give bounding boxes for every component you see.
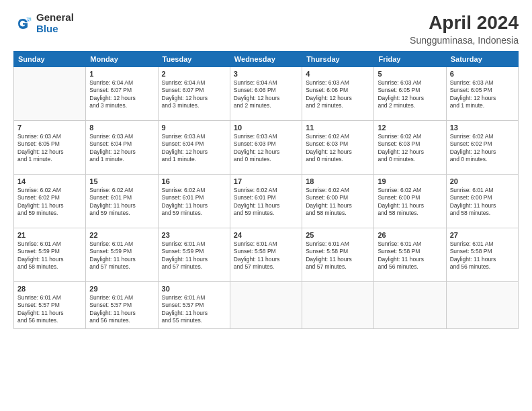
calendar-cell: 21Sunrise: 6:01 AM Sunset: 5:59 PM Dayli… xyxy=(14,228,86,282)
day-info: Sunrise: 6:03 AM Sunset: 6:06 PM Dayligh… xyxy=(306,79,370,110)
calendar-table: SundayMondayTuesdayWednesdayThursdayFrid… xyxy=(13,51,519,329)
calendar-cell xyxy=(230,282,302,329)
day-number: 26 xyxy=(378,231,442,239)
day-info: Sunrise: 6:01 AM Sunset: 5:57 PM Dayligh… xyxy=(17,294,82,325)
day-info: Sunrise: 6:04 AM Sunset: 6:06 PM Dayligh… xyxy=(234,79,298,110)
weekday-header-saturday: Saturday xyxy=(446,52,518,67)
day-number: 5 xyxy=(378,70,442,78)
day-info: Sunrise: 6:04 AM Sunset: 6:07 PM Dayligh… xyxy=(89,79,154,110)
day-number: 16 xyxy=(162,177,226,185)
day-number: 3 xyxy=(234,70,298,78)
calendar-cell: 1Sunrise: 6:04 AM Sunset: 6:07 PM Daylig… xyxy=(86,67,158,121)
day-number: 17 xyxy=(234,177,298,185)
day-number: 27 xyxy=(450,231,515,239)
day-info: Sunrise: 6:02 AM Sunset: 6:01 PM Dayligh… xyxy=(162,187,226,218)
day-number: 12 xyxy=(378,124,442,132)
calendar-cell: 30Sunrise: 6:01 AM Sunset: 5:57 PM Dayli… xyxy=(158,282,230,329)
day-info: Sunrise: 6:04 AM Sunset: 6:07 PM Dayligh… xyxy=(162,79,226,110)
logo-icon xyxy=(13,14,32,33)
week-row-4: 21Sunrise: 6:01 AM Sunset: 5:59 PM Dayli… xyxy=(14,228,519,282)
day-info: Sunrise: 6:03 AM Sunset: 6:05 PM Dayligh… xyxy=(450,79,515,110)
day-info: Sunrise: 6:01 AM Sunset: 5:58 PM Dayligh… xyxy=(378,240,442,271)
calendar-cell: 25Sunrise: 6:01 AM Sunset: 5:58 PM Dayli… xyxy=(302,228,374,282)
day-number: 23 xyxy=(162,231,226,239)
weekday-header-row: SundayMondayTuesdayWednesdayThursdayFrid… xyxy=(14,52,519,67)
day-info: Sunrise: 6:01 AM Sunset: 5:58 PM Dayligh… xyxy=(306,240,370,271)
week-row-5: 28Sunrise: 6:01 AM Sunset: 5:57 PM Dayli… xyxy=(14,282,519,329)
weekday-header-tuesday: Tuesday xyxy=(158,52,230,67)
calendar-cell: 15Sunrise: 6:02 AM Sunset: 6:01 PM Dayli… xyxy=(86,175,158,228)
day-info: Sunrise: 6:03 AM Sunset: 6:03 PM Dayligh… xyxy=(234,133,298,164)
day-info: Sunrise: 6:02 AM Sunset: 6:02 PM Dayligh… xyxy=(450,133,515,164)
week-row-2: 7Sunrise: 6:03 AM Sunset: 6:05 PM Daylig… xyxy=(14,121,519,175)
calendar-cell: 18Sunrise: 6:02 AM Sunset: 6:00 PM Dayli… xyxy=(302,175,374,228)
day-number: 19 xyxy=(378,177,442,185)
calendar-cell: 2Sunrise: 6:04 AM Sunset: 6:07 PM Daylig… xyxy=(158,67,230,121)
day-number: 1 xyxy=(89,70,154,78)
day-number: 7 xyxy=(17,124,82,132)
day-number: 29 xyxy=(89,285,154,293)
day-info: Sunrise: 6:03 AM Sunset: 6:05 PM Dayligh… xyxy=(17,133,82,164)
calendar-cell xyxy=(446,282,518,329)
weekday-header-monday: Monday xyxy=(86,52,158,67)
day-number: 25 xyxy=(306,231,370,239)
day-info: Sunrise: 6:02 AM Sunset: 6:01 PM Dayligh… xyxy=(234,187,298,218)
logo: General Blue xyxy=(13,12,74,34)
calendar-cell: 4Sunrise: 6:03 AM Sunset: 6:06 PM Daylig… xyxy=(302,67,374,121)
day-number: 11 xyxy=(306,124,370,132)
week-row-3: 14Sunrise: 6:02 AM Sunset: 6:02 PM Dayli… xyxy=(14,175,519,228)
weekday-header-wednesday: Wednesday xyxy=(230,52,302,67)
calendar-cell: 14Sunrise: 6:02 AM Sunset: 6:02 PM Dayli… xyxy=(14,175,86,228)
page: General Blue April 2024 Sungguminasa, In… xyxy=(0,0,532,411)
calendar-cell: 12Sunrise: 6:02 AM Sunset: 6:03 PM Dayli… xyxy=(374,121,446,175)
day-info: Sunrise: 6:01 AM Sunset: 5:58 PM Dayligh… xyxy=(450,240,515,271)
day-info: Sunrise: 6:01 AM Sunset: 5:58 PM Dayligh… xyxy=(234,240,298,271)
day-number: 22 xyxy=(89,231,154,239)
day-info: Sunrise: 6:01 AM Sunset: 6:00 PM Dayligh… xyxy=(450,187,515,218)
day-info: Sunrise: 6:03 AM Sunset: 6:05 PM Dayligh… xyxy=(378,79,442,110)
day-number: 2 xyxy=(162,70,226,78)
calendar-cell: 13Sunrise: 6:02 AM Sunset: 6:02 PM Dayli… xyxy=(446,121,518,175)
week-row-1: 1Sunrise: 6:04 AM Sunset: 6:07 PM Daylig… xyxy=(14,67,519,121)
calendar-cell xyxy=(14,67,86,121)
calendar-cell: 6Sunrise: 6:03 AM Sunset: 6:05 PM Daylig… xyxy=(446,67,518,121)
day-number: 15 xyxy=(89,177,154,185)
title-block: April 2024 Sungguminasa, Indonesia xyxy=(410,12,519,46)
day-info: Sunrise: 6:02 AM Sunset: 6:01 PM Dayligh… xyxy=(89,187,154,218)
location-subtitle: Sungguminasa, Indonesia xyxy=(410,35,519,46)
day-info: Sunrise: 6:03 AM Sunset: 6:04 PM Dayligh… xyxy=(162,133,226,164)
calendar-cell: 19Sunrise: 6:02 AM Sunset: 6:00 PM Dayli… xyxy=(374,175,446,228)
calendar-cell: 22Sunrise: 6:01 AM Sunset: 5:59 PM Dayli… xyxy=(86,228,158,282)
day-number: 20 xyxy=(450,177,515,185)
calendar-cell: 3Sunrise: 6:04 AM Sunset: 6:06 PM Daylig… xyxy=(230,67,302,121)
calendar-cell: 17Sunrise: 6:02 AM Sunset: 6:01 PM Dayli… xyxy=(230,175,302,228)
day-info: Sunrise: 6:01 AM Sunset: 5:57 PM Dayligh… xyxy=(89,294,154,325)
calendar-cell: 8Sunrise: 6:03 AM Sunset: 6:04 PM Daylig… xyxy=(86,121,158,175)
day-info: Sunrise: 6:02 AM Sunset: 6:00 PM Dayligh… xyxy=(378,187,442,218)
day-number: 10 xyxy=(234,124,298,132)
day-info: Sunrise: 6:02 AM Sunset: 6:03 PM Dayligh… xyxy=(306,133,370,164)
day-info: Sunrise: 6:01 AM Sunset: 5:59 PM Dayligh… xyxy=(89,240,154,271)
day-number: 14 xyxy=(17,177,82,185)
calendar-cell: 28Sunrise: 6:01 AM Sunset: 5:57 PM Dayli… xyxy=(14,282,86,329)
weekday-header-friday: Friday xyxy=(374,52,446,67)
day-number: 21 xyxy=(17,231,82,239)
day-number: 18 xyxy=(306,177,370,185)
calendar-cell: 11Sunrise: 6:02 AM Sunset: 6:03 PM Dayli… xyxy=(302,121,374,175)
day-info: Sunrise: 6:01 AM Sunset: 5:57 PM Dayligh… xyxy=(162,294,226,325)
calendar-cell: 29Sunrise: 6:01 AM Sunset: 5:57 PM Dayli… xyxy=(86,282,158,329)
logo-general-text: General xyxy=(36,12,74,24)
weekday-header-sunday: Sunday xyxy=(14,52,86,67)
day-info: Sunrise: 6:01 AM Sunset: 5:59 PM Dayligh… xyxy=(162,240,226,271)
day-number: 6 xyxy=(450,70,515,78)
calendar-cell: 27Sunrise: 6:01 AM Sunset: 5:58 PM Dayli… xyxy=(446,228,518,282)
day-number: 24 xyxy=(234,231,298,239)
day-info: Sunrise: 6:02 AM Sunset: 6:02 PM Dayligh… xyxy=(17,187,82,218)
calendar-cell: 24Sunrise: 6:01 AM Sunset: 5:58 PM Dayli… xyxy=(230,228,302,282)
day-number: 9 xyxy=(162,124,226,132)
calendar-cell: 5Sunrise: 6:03 AM Sunset: 6:05 PM Daylig… xyxy=(374,67,446,121)
day-info: Sunrise: 6:03 AM Sunset: 6:04 PM Dayligh… xyxy=(89,133,154,164)
day-number: 8 xyxy=(89,124,154,132)
calendar-cell: 7Sunrise: 6:03 AM Sunset: 6:05 PM Daylig… xyxy=(14,121,86,175)
day-number: 13 xyxy=(450,124,515,132)
